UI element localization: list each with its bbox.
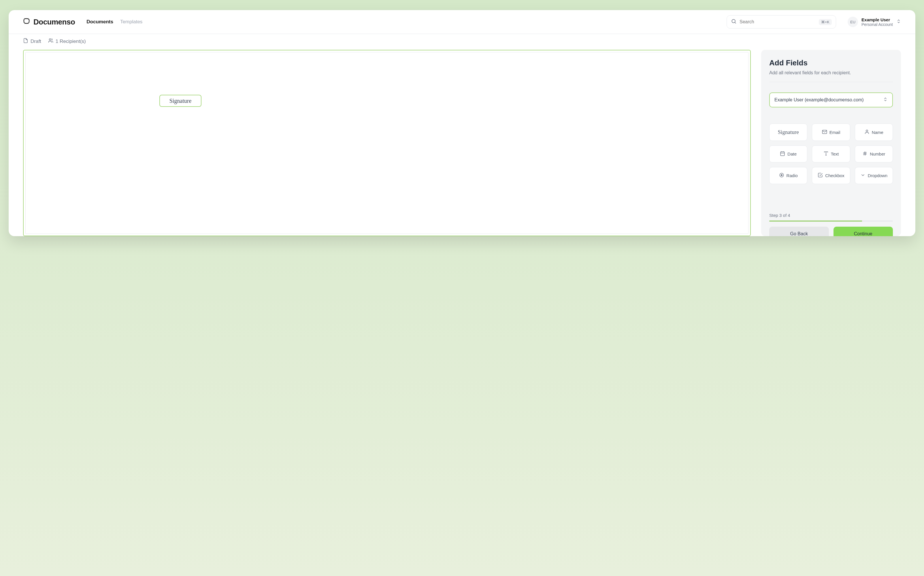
- email-label: Email: [829, 130, 841, 135]
- file-icon: [23, 38, 28, 45]
- mail-icon: [822, 129, 827, 135]
- date-label: Date: [788, 152, 797, 157]
- user-info: Example User Personal Account: [861, 17, 893, 27]
- svg-point-14: [781, 174, 782, 176]
- svg-point-0: [732, 19, 735, 23]
- sidebar-subtitle: Add all relevant fields for each recipie…: [769, 70, 893, 75]
- progress-fill: [769, 221, 862, 221]
- search-input[interactable]: [740, 19, 816, 24]
- svg-line-12: [866, 152, 866, 155]
- svg-point-4: [866, 130, 868, 131]
- svg-line-1: [735, 22, 736, 24]
- app-window: Documenso Documents Templates ⌘+K EU Exa…: [9, 10, 915, 236]
- step-label: Step 3 of 4: [769, 213, 893, 218]
- recipient-select[interactable]: Example User (example@documenso.com): [769, 93, 893, 107]
- search-icon: [731, 18, 737, 26]
- name-label: Name: [872, 130, 883, 135]
- calendar-icon: [780, 151, 785, 157]
- field-number[interactable]: Number: [855, 146, 893, 162]
- logo-icon: [23, 18, 30, 26]
- field-radio[interactable]: Radio: [769, 167, 807, 184]
- radio-icon: [779, 173, 784, 179]
- svg-rect-5: [781, 152, 785, 156]
- field-name[interactable]: Name: [855, 123, 893, 141]
- checkbox-label: Checkbox: [825, 173, 844, 178]
- user-menu[interactable]: EU Example User Personal Account: [848, 17, 901, 27]
- dropdown-label: Dropdown: [868, 173, 887, 178]
- nav-templates[interactable]: Templates: [120, 19, 143, 25]
- hash-icon: [862, 151, 868, 157]
- document-preview[interactable]: Signature: [23, 50, 751, 236]
- chevron-updown-icon: [896, 19, 901, 25]
- sidebar-title: Add Fields: [769, 58, 893, 67]
- user-account: Personal Account: [861, 22, 893, 27]
- step-section: Step 3 of 4 Go Back Continue: [769, 213, 893, 236]
- chevron-updown-icon: [883, 97, 888, 103]
- go-back-button[interactable]: Go Back: [769, 227, 829, 236]
- placed-field-label: Signature: [170, 98, 192, 104]
- main-area: Signature Add Fields Add all relevant fi…: [9, 50, 915, 236]
- search-shortcut: ⌘+K: [819, 19, 832, 25]
- users-icon: [48, 38, 53, 45]
- logo[interactable]: Documenso: [23, 18, 75, 27]
- svg-point-2: [49, 38, 51, 40]
- chevron-down-icon: [860, 173, 866, 179]
- status-badge: Draft: [23, 38, 41, 45]
- button-row: Go Back Continue: [769, 227, 893, 236]
- nav-documents[interactable]: Documents: [87, 19, 113, 25]
- field-dropdown[interactable]: Dropdown: [855, 167, 893, 184]
- progress-bar: [769, 221, 893, 221]
- field-grid: Signature Email Name Date Text: [769, 123, 893, 184]
- field-checkbox[interactable]: Checkbox: [812, 167, 850, 184]
- field-text[interactable]: Text: [812, 146, 850, 162]
- recipient-value: Example User (example@documenso.com): [775, 98, 864, 102]
- placed-signature-field[interactable]: Signature: [159, 95, 202, 107]
- continue-button[interactable]: Continue: [834, 227, 893, 236]
- user-icon: [864, 129, 869, 135]
- recipients-text: 1 Recipient(s): [56, 38, 86, 44]
- logo-text: Documenso: [34, 18, 75, 27]
- status-text: Draft: [30, 38, 41, 44]
- avatar: EU: [848, 17, 858, 27]
- field-date[interactable]: Date: [769, 146, 807, 162]
- user-name: Example User: [861, 17, 893, 22]
- signature-label: Signature: [778, 129, 799, 135]
- field-signature[interactable]: Signature: [769, 123, 807, 141]
- header: Documenso Documents Templates ⌘+K EU Exa…: [9, 10, 915, 34]
- nav-links: Documents Templates: [87, 19, 143, 25]
- type-icon: [823, 151, 829, 157]
- field-email[interactable]: Email: [812, 123, 850, 141]
- svg-line-11: [864, 152, 865, 155]
- search-box[interactable]: ⌘+K: [727, 15, 836, 29]
- number-label: Number: [870, 152, 885, 157]
- checkbox-icon: [818, 173, 823, 179]
- document-page[interactable]: Signature: [26, 52, 749, 234]
- text-label: Text: [831, 152, 839, 157]
- radio-label: Radio: [786, 173, 798, 178]
- sidebar-panel: Add Fields Add all relevant fields for e…: [761, 50, 901, 236]
- recipients-badge: 1 Recipient(s): [48, 38, 86, 45]
- subheader: Draft 1 Recipient(s): [9, 34, 915, 50]
